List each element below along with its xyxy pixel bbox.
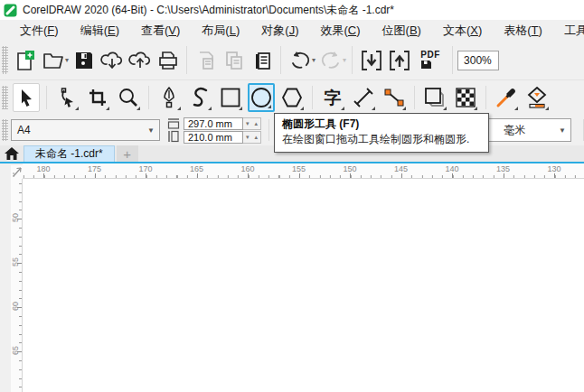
ellipse-tool-button[interactable]: [248, 83, 275, 112]
shape-tool-button[interactable]: [53, 83, 80, 112]
print-button[interactable]: [155, 48, 180, 73]
page-height-input[interactable]: 210.0 mm: [184, 131, 243, 144]
vertical-ruler-major-tick: [17, 263, 22, 264]
horizontal-ruler[interactable]: 180175170165160155150145140135130: [23, 163, 584, 179]
pen-tool-button[interactable]: [155, 83, 183, 112]
polygon-tool-button[interactable]: [278, 83, 306, 112]
chevron-down-icon: ▼: [147, 126, 159, 135]
vertical-ruler[interactable]: 50556065: [11, 179, 23, 392]
horizontal-ruler-major-tick: [350, 173, 351, 178]
zoom-level-combo[interactable]: 300%: [457, 51, 499, 70]
horizontal-ruler-label: 180: [33, 164, 54, 173]
window-title: CorelDRAW 2020 (64-Bit) - C:\Users\Admin…: [23, 3, 394, 18]
page-height-spinner[interactable]: ▾ ▴: [243, 131, 261, 144]
menu-item-j[interactable]: 对象(J): [250, 21, 309, 41]
vertical-ruler-label: 65: [11, 341, 20, 359]
eyedropper-tool-button[interactable]: [493, 83, 520, 112]
horizontal-ruler-label: 150: [339, 164, 361, 173]
horizontal-ruler-label: 135: [493, 164, 514, 173]
menu-item-f[interactable]: 文件(F): [9, 21, 70, 41]
horizontal-ruler-major-tick: [299, 173, 300, 178]
rectangle-tool-button[interactable]: [217, 83, 244, 112]
toolbox-separator: [414, 86, 415, 110]
menu-item-e[interactable]: 编辑(E): [70, 21, 130, 41]
pick-tool-button[interactable]: [13, 83, 40, 112]
title-bar: CorelDRAW 2020 (64-Bit) - C:\Users\Admin…: [0, 0, 584, 20]
undo-button[interactable]: [287, 48, 312, 73]
paste-button[interactable]: [250, 48, 274, 73]
polygon-tool-icon: [281, 88, 303, 107]
horizontal-ruler-label: 165: [186, 164, 208, 173]
horizontal-ruler-major-tick: [504, 173, 504, 178]
new-document-tab-button[interactable]: +: [117, 145, 138, 162]
tooltip-body: 在绘图窗口拖动工具绘制圆形和椭圆形.: [282, 132, 481, 147]
property-bar-drag-handle[interactable]: [2, 119, 8, 141]
export-button[interactable]: [387, 48, 411, 73]
zoom-tool-button[interactable]: [115, 83, 142, 112]
fill-tool-icon: [526, 87, 548, 108]
import-button[interactable]: [359, 48, 383, 73]
new-document-icon: [15, 50, 35, 71]
open-from-cloud-button[interactable]: [99, 48, 124, 73]
save-to-cloud-button[interactable]: [127, 48, 152, 73]
standard-toolbar: ▾: [0, 41, 584, 80]
menu-item-c[interactable]: 效果(C): [309, 21, 371, 41]
shadow-tool-button[interactable]: [421, 83, 448, 112]
pen-tool-icon: [162, 87, 176, 108]
page-size-combo[interactable]: A4 ▼: [11, 119, 160, 141]
spinner-up-icon[interactable]: ▴: [252, 120, 261, 127]
text-tool-icon: 字: [325, 89, 342, 107]
measure-tool-button[interactable]: [350, 83, 377, 112]
new-document-button[interactable]: [13, 48, 37, 73]
horizontal-ruler-label: 160: [237, 164, 259, 173]
page-size-value: A4: [12, 124, 147, 136]
redo-button[interactable]: [318, 48, 343, 73]
chevron-down-icon: ▼: [559, 126, 570, 135]
publish-to-pdf-button[interactable]: PDF: [415, 48, 446, 73]
redo-dropdown-caret[interactable]: ▾: [343, 56, 346, 64]
menu-item-l[interactable]: 布局(L): [191, 21, 250, 41]
transparency-tool-button[interactable]: [452, 83, 479, 112]
crop-tool-icon: [89, 89, 107, 107]
menu-item-x[interactable]: 文本(X): [432, 21, 493, 41]
export-icon: [389, 50, 410, 71]
cut-button[interactable]: [193, 48, 218, 73]
open-dropdown-caret[interactable]: ▾: [65, 56, 69, 64]
page-width-input[interactable]: 297.0 mm: [184, 117, 243, 130]
menu-item-o[interactable]: 工具(O): [553, 21, 584, 41]
menu-item-b[interactable]: 位图(B): [372, 21, 432, 41]
toolbar-separator: [186, 46, 187, 73]
horizontal-ruler-label: 155: [288, 164, 310, 173]
save-button[interactable]: [71, 48, 96, 73]
cloud-upload-icon: [128, 51, 152, 70]
page-width-spinner[interactable]: ▾ ▴: [243, 117, 261, 130]
toolbox-drag-handle[interactable]: [2, 86, 8, 110]
freehand-tool-button[interactable]: [186, 83, 213, 112]
toolbar-drag-handle[interactable]: [2, 46, 8, 73]
spinner-down-icon[interactable]: ▾: [243, 134, 252, 141]
horizontal-ruler-label: 170: [135, 164, 156, 173]
menu-item-v[interactable]: 查看(V): [130, 21, 191, 41]
horizontal-ruler-major-tick: [452, 173, 453, 178]
interactive-fill-tool-button[interactable]: [523, 83, 551, 112]
spinner-up-icon[interactable]: ▴: [252, 134, 261, 141]
paste-icon: [252, 51, 272, 70]
horizontal-ruler-major-tick: [248, 173, 249, 178]
menu-item-t[interactable]: 表格(T): [493, 21, 553, 41]
connector-tool-button[interactable]: [381, 83, 408, 112]
welcome-home-button[interactable]: [0, 145, 24, 162]
spinner-down-icon[interactable]: ▾: [243, 120, 252, 127]
save-icon: [74, 51, 94, 70]
copy-button[interactable]: [221, 48, 246, 73]
undo-dropdown-caret[interactable]: ▾: [312, 56, 316, 64]
document-tab-active[interactable]: 未命名 -1.cdr*: [24, 145, 115, 162]
crop-tool-button[interactable]: [84, 83, 111, 112]
vertical-ruler-major-tick: [17, 351, 22, 352]
left-dock-strip: [0, 163, 11, 392]
text-tool-button[interactable]: 字: [319, 83, 346, 112]
ruler-origin-button[interactable]: [11, 165, 23, 179]
horizontal-ruler-label: 145: [391, 164, 412, 173]
open-button[interactable]: [41, 48, 65, 73]
page-height-icon: [167, 130, 180, 143]
drawing-canvas[interactable]: [23, 179, 584, 392]
